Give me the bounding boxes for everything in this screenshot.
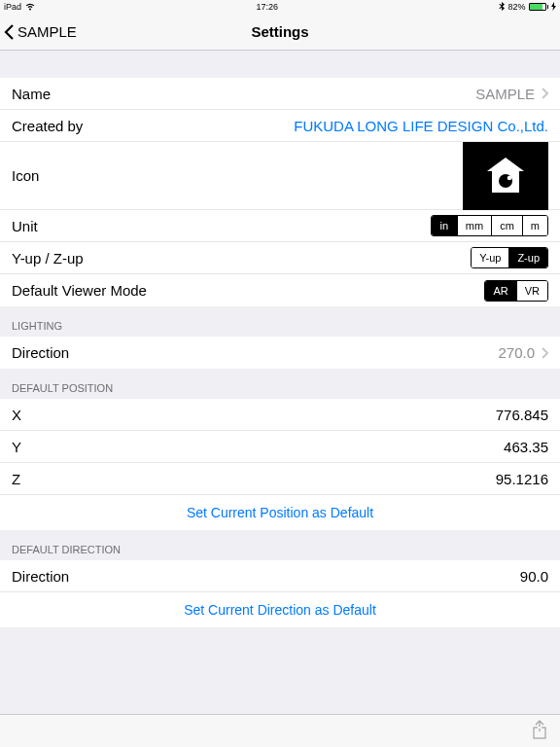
back-button[interactable]: SAMPLE [0,23,77,41]
nav-bar: SAMPLE Settings [0,14,560,51]
icon-row[interactable]: Icon [0,142,560,210]
yup-button[interactable]: Y-up [472,248,508,267]
set-position-default-button[interactable]: Set Current Position as Default [0,495,560,530]
viewer-row: Default Viewer Mode AR VR [0,274,560,306]
svg-rect-6 [538,727,542,729]
direction-value: 90.0 [520,568,548,585]
created-by-label: Created by [12,118,83,134]
lighting-section: Direction 270.0 [0,337,560,369]
z-value: 95.1216 [496,471,548,487]
direction-section: Direction 90.0 Set Current Direction as … [0,560,560,627]
yup-label: Y-up / Z-up [12,250,84,267]
name-value: SAMPLE [475,86,535,102]
direction-row: Direction 90.0 [0,560,560,592]
z-label: Z [12,471,20,487]
lighting-header: LIGHTING [0,306,560,337]
svg-marker-0 [487,158,524,171]
battery-icon [529,3,549,11]
yup-row: Y-up / Z-up Y-up Z-up [0,242,560,274]
unit-m-button[interactable]: m [522,216,547,235]
icon-label: Icon [12,167,39,184]
ar-button[interactable]: AR [485,281,515,301]
y-label: Y [12,439,21,455]
direction-label: Direction [12,568,69,585]
wifi-icon [25,3,35,11]
page-title: Settings [0,23,560,40]
chevron-right-icon [541,88,548,99]
unit-segmented: in mm cm m [431,215,548,236]
battery-percent: 82% [508,2,525,12]
share-icon[interactable] [531,719,548,744]
position-y-row: Y 463.35 [0,431,560,463]
unit-label: Unit [12,218,38,234]
unit-row: Unit in mm cm m [0,210,560,242]
direction-header: DEFAULT DIRECTION [0,530,560,560]
status-bar: iPad 17:26 82% [0,0,560,14]
position-section: X 776.845 Y 463.35 Z 95.1216 Set Current… [0,399,560,530]
lighting-direction-value: 270.0 [498,344,535,361]
back-label: SAMPLE [18,23,77,40]
content[interactable]: Name SAMPLE Created by FUKUDA LONG LIFE … [0,51,560,714]
chevron-right-icon [541,347,548,359]
lighting-direction-row[interactable]: Direction 270.0 [0,337,560,369]
unit-in-button[interactable]: in [432,216,457,235]
x-label: X [12,407,21,423]
clock: 17:26 [256,2,278,12]
created-by-row[interactable]: Created by FUKUDA LONG LIFE DESIGN Co.,L… [0,110,560,142]
position-header: DEFAULT POSITION [0,369,560,399]
lighting-direction-label: Direction [12,344,69,361]
created-by-value: FUKUDA LONG LIFE DESIGN Co.,Ltd. [294,118,548,134]
name-row[interactable]: Name SAMPLE [0,78,560,110]
app-icon [463,142,548,210]
position-x-row: X 776.845 [0,399,560,431]
set-direction-default-button[interactable]: Set Current Direction as Default [0,592,560,627]
viewer-segmented: AR VR [484,280,548,302]
zup-button[interactable]: Z-up [508,248,547,267]
charging-icon [551,2,556,13]
device-label: iPad [4,2,21,12]
y-value: 463.35 [504,439,548,455]
position-z-row: Z 95.1216 [0,463,560,495]
x-value: 776.845 [496,407,548,423]
name-label: Name [12,86,51,102]
vr-button[interactable]: VR [516,281,547,301]
general-section: Name SAMPLE Created by FUKUDA LONG LIFE … [0,78,560,306]
viewer-label: Default Viewer Mode [12,282,147,299]
svg-point-3 [508,175,512,180]
unit-mm-button[interactable]: mm [457,216,491,235]
unit-cm-button[interactable]: cm [491,216,522,235]
yup-segmented: Y-up Z-up [471,247,548,268]
toolbar [0,714,560,747]
bluetooth-icon [499,2,505,13]
